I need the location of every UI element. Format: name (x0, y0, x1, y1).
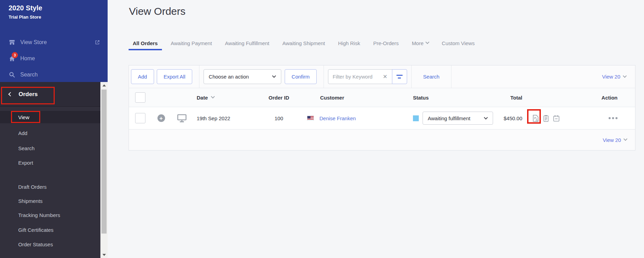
tab-more[interactable]: More (408, 37, 433, 50)
orders-submenu-shipments[interactable]: Shipments (0, 195, 100, 207)
home-notification-badge: 3 (12, 52, 18, 58)
home-icon: 3 (9, 55, 15, 62)
chevron-left-icon (8, 92, 13, 96)
invoice-icon[interactable] (532, 114, 539, 122)
chevron-down-icon (425, 40, 429, 44)
order-date: 19th Sep 2022 (193, 115, 255, 121)
toolbar-divider (411, 65, 412, 88)
main-content: View Orders All Orders Awaiting Payment … (108, 0, 644, 258)
toolbar-divider (199, 65, 199, 88)
add-button[interactable]: Add (131, 69, 154, 84)
view-count-dropdown[interactable]: View 20 (602, 74, 626, 80)
ellipsis-icon (609, 117, 618, 119)
action-select[interactable]: Choose an action (204, 69, 281, 84)
confirm-button[interactable]: Confirm (285, 69, 317, 84)
filter-keyword-input[interactable] (333, 74, 382, 80)
column-header-action: Action (601, 95, 635, 101)
view-count-dropdown-bottom[interactable]: View 20 (603, 137, 627, 143)
filter-button[interactable] (392, 69, 407, 84)
clipboard-icon[interactable] (542, 114, 550, 122)
orders-submenu-search[interactable]: Search (0, 142, 100, 154)
table-footer: View 20 (129, 130, 635, 150)
orders-submenu-draft-orders[interactable]: Draft Orders (0, 180, 100, 193)
tab-awaiting-fulfillment[interactable]: Awaiting Fulfillment (221, 37, 273, 50)
sidebar-item-label: View Store (20, 39, 47, 45)
page-title: View Orders (129, 6, 186, 17)
orders-submenu-gift-certificates[interactable]: Gift Certificates (0, 224, 100, 236)
orders-tabs: All Orders Awaiting Payment Awaiting Ful… (129, 37, 483, 50)
sidebar-item-search[interactable]: Search (9, 69, 100, 81)
column-header-date[interactable]: Date (193, 95, 255, 101)
order-total: $450.00 (504, 115, 527, 121)
sidebar-header: 2020 Style Trial Plan Store View Store 3… (0, 0, 108, 82)
sort-chevron-icon (211, 95, 215, 99)
calendar-icon[interactable] (553, 114, 560, 122)
us-flag-icon (307, 116, 314, 121)
column-header-status: Status (410, 95, 499, 101)
tab-high-risk[interactable]: High Risk (334, 37, 364, 50)
sidebar-item-home[interactable]: 3 Home (9, 53, 100, 64)
sidebar-item-label: Search (20, 72, 38, 78)
chevron-down-icon (623, 74, 626, 78)
sidebar-item-label: Home (20, 55, 35, 62)
toolbar-divider (451, 65, 451, 88)
filter-control: ✕ (328, 69, 407, 84)
tab-awaiting-shipment[interactable]: Awaiting Shipment (278, 37, 329, 50)
scrollbar-up-arrow[interactable] (102, 84, 106, 86)
status-select[interactable]: Awaiting fulfillment (423, 112, 493, 125)
store-name: 2020 Style (9, 4, 42, 12)
tab-pre-orders[interactable]: Pre-Orders (369, 37, 403, 50)
orders-menu-header[interactable]: Orders (0, 82, 100, 107)
expand-row-icon[interactable]: + (157, 114, 165, 122)
external-link-icon (95, 40, 100, 45)
order-row: + 19th Sep 2022 100 Denise Franken Await… (129, 107, 635, 130)
orders-toolbar: Add Export All Choose an action Confirm … (129, 65, 635, 88)
tab-awaiting-payment[interactable]: Awaiting Payment (167, 37, 216, 50)
column-header-total: Total (510, 95, 527, 101)
orders-menu-title: Orders (19, 91, 38, 98)
store-icon (9, 39, 15, 46)
orders-submenu-add[interactable]: Add (0, 127, 100, 139)
monitor-icon[interactable] (177, 114, 187, 123)
search-link[interactable]: Search (423, 74, 440, 80)
row-checkbox[interactable] (135, 113, 145, 123)
status-color-swatch (413, 115, 419, 121)
orders-submenu-export[interactable]: Export (0, 156, 100, 169)
status-select-control[interactable]: Awaiting fulfillment (423, 112, 493, 124)
column-header-customer: Customer (303, 95, 410, 101)
orders-menu: Orders View Add Search Export Draft Orde… (0, 82, 100, 258)
order-status-cell: Awaiting fulfillment (410, 112, 499, 125)
action-select-control[interactable]: Choose an action (204, 70, 281, 84)
sidebar-scrollbar[interactable] (100, 82, 108, 258)
chevron-down-icon (623, 137, 627, 141)
store-plan: Trial Plan Store (9, 14, 41, 20)
scrollbar-thumb[interactable] (101, 90, 107, 234)
orders-table-header: Date Order ID Customer Status Total Acti… (129, 88, 635, 107)
sidebar-item-view-store[interactable]: View Store (9, 37, 100, 48)
toolbar-divider (324, 65, 324, 88)
column-header-order-id: Order ID (269, 95, 289, 101)
customer-link[interactable]: Denise Franken (319, 115, 356, 121)
tab-custom-views[interactable]: Custom Views (438, 37, 479, 50)
tab-all-orders[interactable]: All Orders (129, 37, 162, 50)
orders-submenu-view[interactable]: View (0, 111, 100, 123)
orders-panel: Add Export All Choose an action Confirm … (129, 65, 635, 151)
orders-submenu-order-statuses[interactable]: Order Statuses (0, 238, 100, 250)
select-all-checkbox[interactable] (135, 92, 145, 103)
filter-icon (396, 75, 403, 76)
clear-filter-icon[interactable]: ✕ (382, 73, 388, 80)
order-customer: Denise Franken (303, 115, 410, 121)
row-action-menu[interactable] (609, 117, 635, 119)
orders-submenu-tracking-numbers[interactable]: Tracking Numbers (0, 209, 100, 221)
search-icon (9, 71, 15, 78)
filter-input-box: ✕ (328, 69, 392, 84)
export-all-button[interactable]: Export All (157, 69, 192, 84)
order-quick-actions (527, 114, 571, 122)
order-id: 100 (274, 115, 283, 121)
scrollbar-down-arrow[interactable] (102, 254, 106, 256)
